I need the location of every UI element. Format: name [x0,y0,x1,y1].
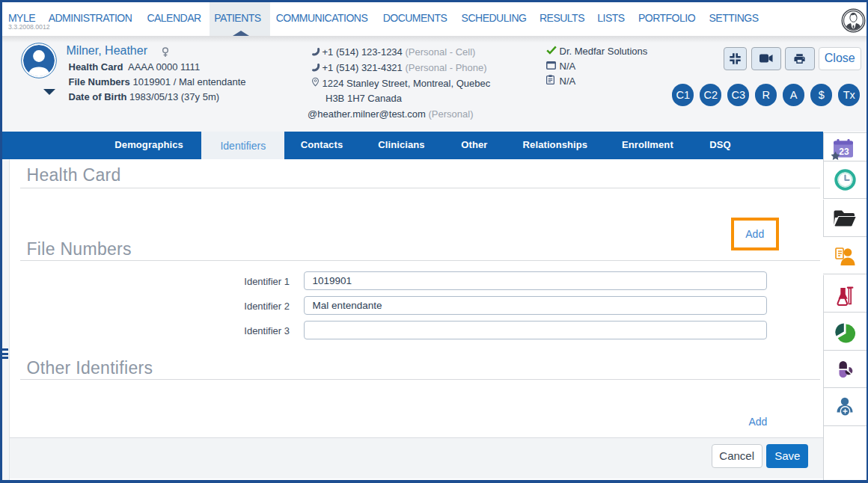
svg-text:23: 23 [840,146,850,156]
